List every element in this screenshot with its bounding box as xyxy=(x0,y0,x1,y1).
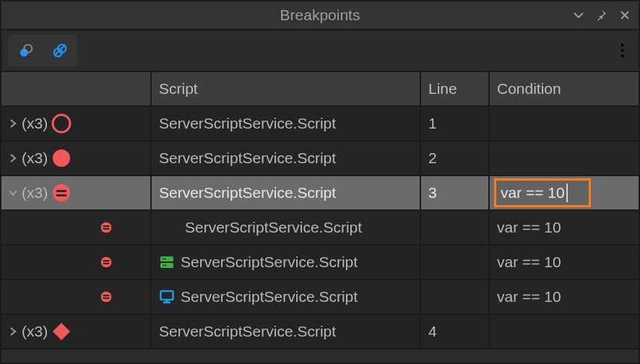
svg-point-5 xyxy=(620,49,623,52)
svg-rect-27 xyxy=(161,291,173,300)
line-cell xyxy=(421,211,490,244)
chevron-down-icon xyxy=(573,9,584,21)
breakpoint-child-row[interactable]: ServerScriptService.Scriptvar == 10 xyxy=(1,211,639,246)
svg-point-9 xyxy=(53,184,70,202)
svg-point-1 xyxy=(24,45,32,53)
expand-toggle[interactable] xyxy=(7,118,19,129)
script-path: ServerScriptService.Script xyxy=(159,150,336,167)
panel-title: Breakpoints xyxy=(280,6,360,24)
svg-point-15 xyxy=(101,257,112,268)
condition-cell[interactable]: var == 10 xyxy=(490,211,639,244)
script-cell: ServerScriptService.Script xyxy=(152,142,421,175)
breakpoint-group-row[interactable]: (x3)ServerScriptService.Script4 xyxy=(1,315,639,350)
svg-point-23 xyxy=(165,264,166,266)
condition-cell[interactable] xyxy=(490,315,639,348)
pin-button[interactable] xyxy=(592,6,611,25)
title-bar: Breakpoints xyxy=(1,1,639,30)
breakpoints-panel: Breakpoints xyxy=(0,0,640,364)
line-number: 2 xyxy=(428,150,437,167)
toolbar xyxy=(1,30,639,72)
svg-rect-29 xyxy=(166,300,168,302)
breakpoint-icon[interactable] xyxy=(95,251,117,273)
line-cell: 3 xyxy=(421,176,490,209)
breakpoint-indicator-cell: (x3) xyxy=(1,315,152,348)
svg-rect-26 xyxy=(103,298,110,299)
condition-cell[interactable] xyxy=(490,142,639,175)
breakpoint-icon[interactable] xyxy=(95,217,117,238)
svg-point-4 xyxy=(620,44,623,47)
column-header-script[interactable]: Script xyxy=(152,72,421,105)
svg-point-21 xyxy=(165,258,166,259)
breakpoint-group-row[interactable]: (x3)ServerScriptService.Script3var == 10 xyxy=(1,176,639,211)
client-icon xyxy=(159,289,175,305)
condition-cell[interactable]: var == 10 xyxy=(490,280,639,313)
breakpoint-group-row[interactable]: (x3)ServerScriptService.Script2 xyxy=(1,142,639,176)
condition-cell[interactable]: var == 10 xyxy=(490,176,639,209)
column-header-line[interactable]: Line xyxy=(421,72,490,105)
svg-point-6 xyxy=(620,55,623,58)
column-header-condition[interactable]: Condition xyxy=(490,72,639,105)
breakpoint-icon[interactable] xyxy=(51,321,72,342)
line-cell: 2 xyxy=(421,142,490,175)
breakpoint-icon[interactable] xyxy=(95,286,117,308)
breakpoint-toggle-icon xyxy=(18,43,34,58)
breakpoint-icon[interactable] xyxy=(51,113,72,134)
svg-rect-13 xyxy=(103,225,110,227)
kebab-icon xyxy=(620,43,624,58)
breakpoint-indicator-cell: (x3) xyxy=(1,176,152,209)
group-count: (x3) xyxy=(22,115,48,132)
script-cell: ServerScriptService.Script xyxy=(152,211,421,244)
script-path: ServerScriptService.Script xyxy=(181,288,358,306)
disable-all-breakpoints-button[interactable] xyxy=(9,36,43,65)
breakpoint-group-row[interactable]: (x3)ServerScriptService.Script1 xyxy=(1,107,639,142)
svg-point-24 xyxy=(101,292,112,303)
close-button[interactable] xyxy=(615,6,634,25)
condition-cell[interactable]: var == 10 xyxy=(490,246,639,279)
group-count: (x3) xyxy=(22,323,48,340)
expand-toggle[interactable] xyxy=(7,187,19,199)
more-options-button[interactable] xyxy=(613,36,631,65)
server-icon xyxy=(159,254,175,270)
svg-rect-19 xyxy=(160,263,173,268)
breakpoints-clear-icon xyxy=(52,43,68,58)
script-cell: ServerScriptService.Script xyxy=(152,315,421,348)
script-path: ServerScriptService.Script xyxy=(159,184,336,202)
condition-text: var == 10 xyxy=(497,288,561,306)
expand-toggle[interactable] xyxy=(7,152,19,164)
svg-rect-25 xyxy=(103,295,110,296)
column-header-breakpoint[interactable] xyxy=(1,72,152,105)
script-cell: ServerScriptService.Script xyxy=(152,176,421,209)
line-cell: 4 xyxy=(421,315,490,348)
breakpoint-icon[interactable] xyxy=(51,147,72,169)
clear-all-breakpoints-button[interactable] xyxy=(43,36,76,65)
condition-edit-field[interactable]: var == 10 xyxy=(494,178,591,207)
line-number: 4 xyxy=(428,323,437,340)
breakpoint-indicator-cell: (x3) xyxy=(1,107,152,140)
breakpoint-child-row[interactable]: ServerScriptService.Scriptvar == 10 xyxy=(1,280,639,315)
close-icon xyxy=(619,9,631,21)
svg-point-8 xyxy=(53,150,70,167)
window-menu-button[interactable] xyxy=(569,6,588,25)
breakpoint-icon[interactable] xyxy=(51,182,72,204)
breakpoint-indicator-cell xyxy=(1,246,152,279)
breakpoint-filter-group xyxy=(9,35,77,66)
line-cell: 1 xyxy=(421,107,490,140)
group-count: (x3) xyxy=(22,184,48,202)
svg-point-7 xyxy=(53,115,70,132)
text-caret xyxy=(566,183,568,202)
condition-cell[interactable] xyxy=(490,107,639,140)
expand-toggle[interactable] xyxy=(7,326,19,337)
grid-header: Script Line Condition xyxy=(1,72,639,107)
script-cell: ServerScriptService.Script xyxy=(152,107,421,140)
svg-rect-14 xyxy=(103,228,110,230)
breakpoint-indicator-cell xyxy=(1,211,152,244)
script-cell: ServerScriptService.Script xyxy=(152,280,421,313)
breakpoint-child-row[interactable]: ServerScriptService.Scriptvar == 10 xyxy=(1,246,639,280)
breakpoints-grid: Script Line Condition (x3)ServerScriptSe… xyxy=(1,72,639,363)
script-path: ServerScriptService.Script xyxy=(159,323,336,340)
svg-rect-18 xyxy=(160,256,173,261)
script-path: ServerScriptService.Script xyxy=(181,254,358,271)
condition-text: var == 10 xyxy=(497,219,561,236)
svg-rect-11 xyxy=(56,194,66,196)
line-number: 1 xyxy=(428,115,437,132)
